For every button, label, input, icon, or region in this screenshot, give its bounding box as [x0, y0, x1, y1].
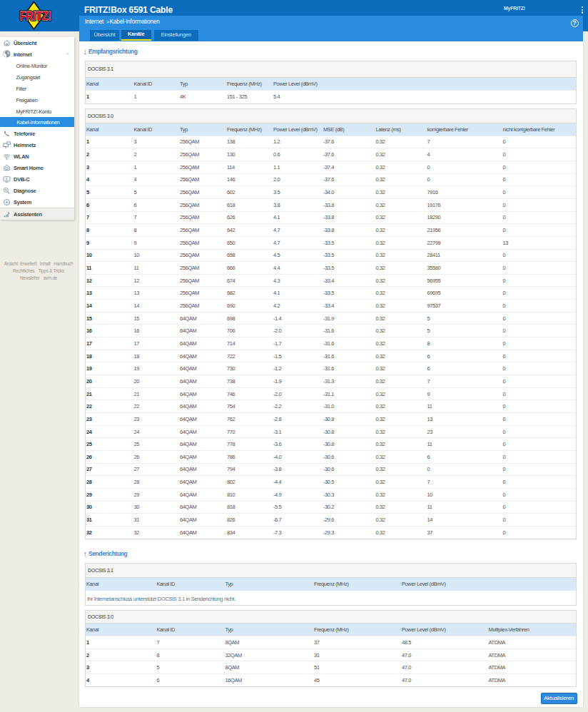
svg-text:FRITZ!: FRITZ!	[20, 9, 52, 23]
